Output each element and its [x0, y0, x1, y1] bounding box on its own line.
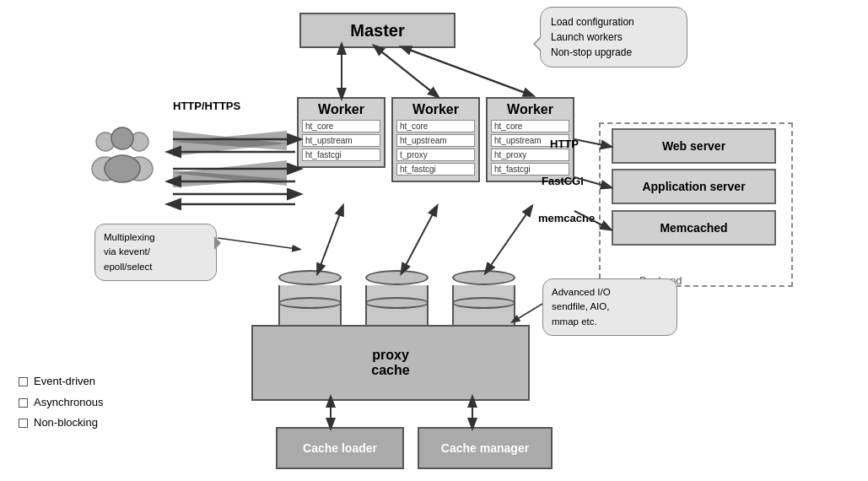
worker2-mod4: ht_fastcgi	[396, 163, 475, 176]
legend: Event-driven Asynchronous Non-blocking	[19, 371, 103, 434]
worker3-mod1: ht_core	[491, 120, 569, 132]
proxy-cache-label: proxy	[372, 348, 409, 363]
worker3-mod3: ht_proxy	[491, 149, 569, 161]
db-top-3	[452, 270, 515, 285]
svg-point-5	[105, 155, 140, 182]
cache-loader-label: Cache loader	[303, 441, 377, 455]
multiplex-bubble: Multiplexingvia kevent/epoll/select	[94, 224, 217, 281]
worker1-mod2: ht_upstream	[302, 134, 380, 147]
diagram: Master Load configuration Launch workers…	[0, 0, 868, 481]
svg-line-13	[488, 209, 530, 270]
worker1-mod1: ht_core	[302, 120, 380, 132]
legend-label-3: Non-blocking	[34, 413, 98, 434]
http-https-label: HTTP/HTTPS	[173, 100, 240, 112]
svg-marker-15	[173, 160, 287, 186]
web-server-box: Web server	[612, 128, 776, 164]
db-top-2	[365, 270, 429, 285]
advio-bubble: Advanced I/Osendfile, AIO,mmap etc.	[542, 278, 677, 336]
worker3-title: Worker	[491, 102, 569, 117]
cache-manager-label: Cache manager	[441, 441, 529, 455]
worker2-title: Worker	[396, 102, 475, 117]
svg-line-10	[405, 48, 530, 95]
db-cylinder-1	[278, 270, 342, 327]
fastcgi-label: FastCGI	[542, 175, 584, 187]
db-cylinder-3	[452, 270, 515, 327]
speech-line3: Non-stop upgrade	[551, 46, 632, 58]
svg-line-12	[403, 209, 435, 270]
legend-label-1: Event-driven	[34, 371, 95, 392]
memcached-box: Memcached	[612, 210, 776, 246]
svg-line-8	[377, 48, 435, 95]
svg-line-7	[377, 48, 435, 95]
legend-item-1: Event-driven	[19, 371, 103, 392]
svg-marker-14	[173, 131, 287, 156]
speech-line1: Load configuration	[551, 16, 634, 28]
memcache-label: memcache	[538, 212, 595, 224]
legend-square-3	[19, 419, 28, 428]
worker2-mod3: t_proxy	[396, 149, 475, 161]
master-label: Master	[350, 21, 404, 41]
worker1-mod3: ht_fastcgi	[302, 149, 380, 161]
svg-line-29	[218, 238, 297, 249]
speech-line2: Launch workers	[551, 31, 623, 43]
db-body-3	[452, 285, 515, 327]
cache-manager-box: Cache manager	[418, 427, 553, 469]
worker2-mod1: ht_core	[396, 120, 475, 132]
svg-marker-17	[173, 170, 287, 187]
multiplex-text: Multiplexingvia kevent/epoll/select	[104, 232, 155, 272]
worker-2: Worker ht_core ht_upstream t_proxy ht_fa…	[391, 97, 480, 182]
svg-line-9	[405, 48, 530, 95]
master-box: Master	[299, 13, 456, 48]
legend-square-2	[19, 398, 28, 408]
db-cylinder-2	[365, 270, 429, 327]
svg-line-30	[515, 304, 542, 321]
worker3-mod4: ht_fastcgi	[491, 163, 569, 176]
advio-text: Advanced I/Osendfile, AIO,mmap etc.	[552, 287, 611, 327]
svg-point-4	[111, 127, 133, 149]
legend-label-2: Asynchronous	[34, 392, 103, 413]
app-server-box: Application server	[612, 169, 776, 204]
db-body-1	[278, 285, 342, 327]
svg-marker-16	[173, 131, 287, 150]
proxy-cache-box: proxy cache	[251, 325, 530, 401]
proxy-cache-label2: cache	[371, 363, 409, 378]
worker2-mod2: ht_upstream	[396, 134, 475, 147]
db-mid-3	[452, 297, 515, 309]
db-mid-1	[278, 297, 342, 309]
svg-line-11	[319, 209, 342, 270]
speech-bubble: Load configuration Launch workers Non-st…	[540, 7, 687, 68]
db-body-2	[365, 285, 429, 327]
legend-item-2: Asynchronous	[19, 392, 103, 413]
worker-1: Worker ht_core ht_upstream ht_fastcgi	[297, 97, 385, 168]
legend-square-1	[19, 377, 28, 386]
people-icon	[89, 125, 156, 192]
db-mid-2	[365, 297, 429, 309]
database-group	[278, 270, 515, 327]
http-label: HTTP	[550, 138, 579, 150]
db-top-1	[278, 270, 342, 285]
worker1-title: Worker	[302, 102, 380, 117]
cache-loader-box: Cache loader	[276, 427, 404, 469]
legend-item-3: Non-blocking	[19, 413, 103, 434]
